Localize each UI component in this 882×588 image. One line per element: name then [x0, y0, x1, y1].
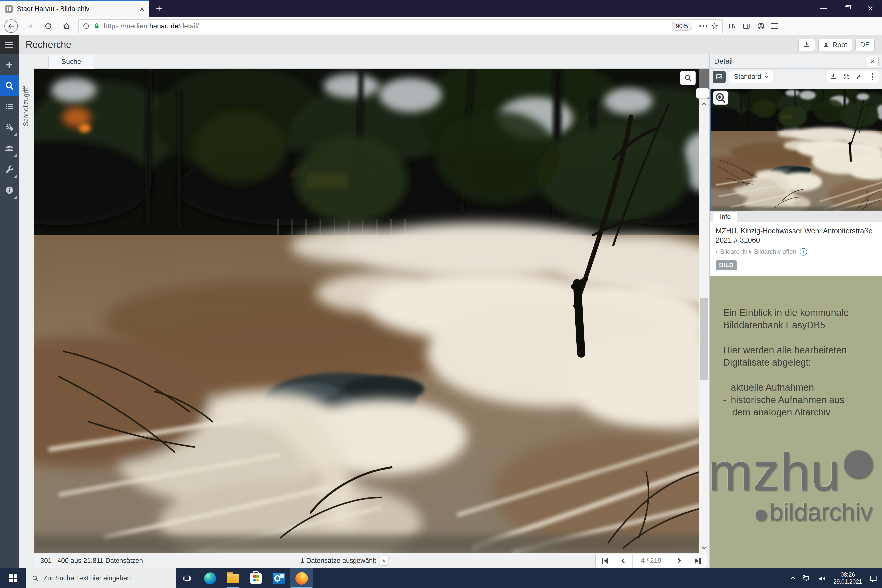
detail-title: Detail [714, 57, 733, 66]
thumbnail-zoom-button[interactable] [713, 91, 728, 105]
scroll-down-arrow[interactable] [699, 543, 710, 553]
sidebar-item-tools[interactable] [0, 117, 19, 138]
url-bar[interactable]: https://medien.hanau.de/detail/ 90% [78, 19, 723, 33]
page-info-icon[interactable] [82, 22, 90, 30]
outlook-icon [273, 573, 285, 584]
detail-toolbar: Standard [710, 69, 882, 85]
reload-button[interactable] [41, 20, 55, 33]
tab-info[interactable]: Info [713, 212, 737, 222]
image-secondary-button[interactable] [696, 88, 709, 99]
detail-share-button[interactable] [853, 71, 866, 82]
image-icon [716, 73, 723, 81]
magnifier-plus-icon [714, 92, 728, 104]
share-icon [856, 74, 863, 80]
next-page-button[interactable] [670, 554, 688, 568]
home-button[interactable] [60, 20, 73, 33]
selection-chip: 1 Datensätze ausgewählt × [301, 556, 388, 566]
language-button[interactable]: DE [855, 39, 874, 51]
lock-icon[interactable] [93, 22, 100, 30]
kebab-icon [872, 74, 873, 80]
record-info-box: MZHU, Kinzig-Hochwasser Wehr Antoniterst… [710, 222, 882, 276]
search-icon [5, 81, 14, 90]
header-download-button[interactable] [798, 39, 815, 51]
main-image[interactable] [34, 69, 699, 553]
sidebar-item-lists[interactable] [0, 96, 19, 117]
tab-suche[interactable]: Suche [48, 54, 94, 69]
task-view-button[interactable] [176, 568, 199, 588]
breadcrumb-item[interactable]: Bildarchiv [720, 248, 747, 255]
window-close-button[interactable]: × [859, 0, 882, 17]
taskbar-clock[interactable]: 08:26 29.01.2021 [834, 572, 862, 585]
prev-page-button[interactable] [614, 554, 633, 568]
result-status-bar: 301 - 400 aus 21.811 Datensätzen 1 Daten… [34, 553, 710, 568]
intro-line: Digitalisate abgelegt: [723, 356, 872, 369]
new-tab-button[interactable]: + [149, 0, 169, 17]
page-actions-icon[interactable] [699, 25, 708, 27]
volume-icon[interactable] [818, 574, 826, 583]
user-root-button[interactable]: Root [818, 39, 852, 51]
intro-bullet: dem analogen Altarchiv [723, 406, 872, 418]
detail-close-button[interactable]: × [867, 56, 879, 67]
view-mode-dropdown[interactable]: Standard [729, 71, 773, 83]
edge-button[interactable] [199, 568, 222, 588]
first-page-button[interactable] [596, 554, 614, 568]
detail-download-button[interactable] [827, 71, 840, 82]
sidebar-item-search[interactable] [0, 75, 19, 96]
folder-icon [227, 573, 239, 583]
network-icon[interactable] [802, 574, 810, 583]
intro-bullet: -aktuelle Aufnahmen [723, 381, 872, 394]
detail-thumbnail[interactable] [710, 88, 882, 211]
sidebar-item-users[interactable] [0, 138, 19, 159]
taskbar-search-input[interactable] [44, 574, 170, 582]
image-zoom-button[interactable] [680, 71, 696, 85]
breadcrumb-item[interactable]: Bildarchiv offen [754, 248, 796, 255]
last-page-button[interactable] [688, 554, 707, 568]
download-icon [803, 41, 810, 48]
pool-info-icon[interactable]: i [800, 248, 807, 256]
user-icon [823, 42, 830, 48]
zoom-level-indicator[interactable]: 90% [672, 22, 692, 31]
sidebar-menu-button[interactable] [0, 35, 19, 54]
quick-access-strip: Schnellzugriff [19, 54, 34, 568]
sidebar-item-admin[interactable] [0, 159, 19, 180]
back-button[interactable] [4, 20, 18, 33]
app-sidebar [0, 35, 19, 568]
taskbar-search[interactable] [26, 568, 176, 588]
search-icon [32, 574, 39, 582]
library-icon[interactable] [728, 22, 736, 30]
store-button[interactable] [244, 568, 267, 588]
sidebar-toggle-icon[interactable] [742, 22, 750, 30]
image-scrollbar[interactable] [699, 99, 710, 553]
sidebar-item-info[interactable] [0, 180, 19, 201]
hidden-icons-chevron[interactable] [790, 576, 795, 582]
firefox-button[interactable] [290, 568, 313, 588]
system-tray: 08:26 29.01.2021 [791, 568, 882, 588]
outlook-button[interactable] [267, 568, 290, 588]
forward-button[interactable] [23, 20, 36, 33]
detail-fullscreen-button[interactable] [840, 71, 853, 82]
media-view-button[interactable] [713, 71, 726, 83]
restore-button[interactable] [835, 0, 859, 17]
detail-more-button[interactable] [866, 71, 879, 82]
minimize-button[interactable] [812, 0, 835, 17]
menu-icon[interactable] [771, 23, 778, 29]
tab-close-icon[interactable]: × [140, 5, 144, 13]
tab-title: Stadt Hanau - Bildarchiv [17, 5, 136, 13]
gears-icon [5, 123, 14, 132]
bookmark-star-icon[interactable] [711, 22, 718, 30]
scroll-up-arrow[interactable] [699, 99, 710, 108]
browser-toolbar: https://medien.hanau.de/detail/ 90% [0, 17, 882, 35]
file-explorer-button[interactable] [222, 568, 244, 588]
download-icon [830, 74, 837, 80]
result-image-area [34, 69, 710, 553]
page-indicator[interactable]: 4 / 219 [633, 554, 670, 568]
sidebar-item-new[interactable] [0, 54, 19, 75]
start-button[interactable] [0, 568, 26, 588]
scrollbar-thumb[interactable] [700, 298, 708, 380]
account-icon[interactable] [757, 22, 765, 30]
clear-selection-button[interactable]: × [379, 556, 388, 566]
intro-panel: Ein Einblick in die kommunale Bilddatenb… [710, 276, 882, 568]
action-center-icon[interactable] [869, 574, 878, 582]
selection-text: 1 Datensätze ausgewählt [301, 557, 376, 565]
browser-tab[interactable]: Stadt Hanau - Bildarchiv × [0, 0, 149, 17]
